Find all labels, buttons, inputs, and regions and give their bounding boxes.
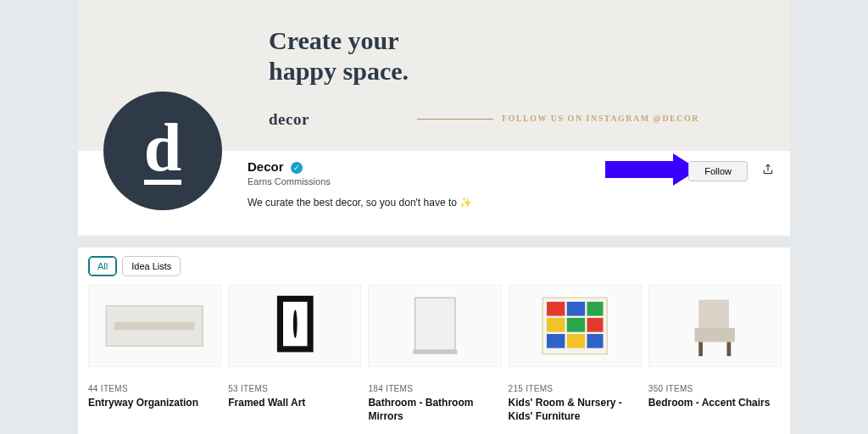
profile-description: We curate the best decor, so you don't h… [248,197,773,209]
svg-rect-9 [567,302,585,316]
thumbnail-kids-furniture [509,285,642,367]
svg-rect-8 [547,302,565,316]
idea-lists-section: All Idea Lists 44 ITEMS Entryway Organiz… [78,248,790,434]
item-count: 53 ITEMS [228,384,359,393]
banner-headline: Create your happy space. [269,25,409,86]
profile-bar: d Decor ✓ Earns Commissions We curate th… [78,151,790,236]
share-icon[interactable] [761,163,775,176]
item-title: Entryway Organization [88,397,220,410]
svg-rect-5 [415,298,455,350]
svg-rect-17 [698,300,729,331]
svg-rect-11 [547,318,565,332]
annotation-arrow [605,153,698,186]
svg-rect-12 [567,318,585,332]
page: Create your happy space. decor FOLLOW US… [78,0,790,434]
banner-line1: Create your [269,26,399,54]
banner-follow-text: FOLLOW US ON INSTAGRAM @DECOR [502,114,699,123]
svg-rect-10 [587,302,603,316]
item-count: 44 ITEMS [88,384,220,393]
svg-rect-6 [413,350,457,354]
list-item[interactable]: 53 ITEMS Framed Wall Art [228,285,359,423]
avatar[interactable]: d [103,92,222,210]
follow-button[interactable]: Follow [688,161,748,181]
thumbnail-mirror [368,285,501,367]
verified-icon: ✓ [291,162,303,174]
banner-logo-text: decor [269,110,309,129]
card-grid: 44 ITEMS Entryway Organization 53 ITEMS … [88,285,780,423]
list-item[interactable]: 215 ITEMS Kids' Room & Nursery - Kids' F… [509,285,640,423]
svg-rect-14 [547,334,565,348]
banner-line2: happy space. [269,57,409,85]
thumbnail-accent-chair [648,285,782,367]
list-item[interactable]: 350 ITEMS Bedroom - Accent Chairs [648,285,780,423]
profile-name: Decor [248,159,284,174]
avatar-letter: d [144,114,182,181]
thumbnail-framed-art [228,285,361,367]
item-count: 184 ITEMS [368,384,499,393]
svg-rect-19 [698,342,703,357]
banner-divider [417,119,493,120]
item-title: Bathroom - Bathroom Mirrors [368,397,499,423]
svg-point-4 [292,310,297,338]
list-item[interactable]: 184 ITEMS Bathroom - Bathroom Mirrors [368,285,499,423]
svg-rect-18 [695,328,736,342]
thumbnail-entryway [88,285,221,367]
svg-rect-13 [587,318,603,332]
tab-all[interactable]: All [88,256,117,276]
list-item[interactable]: 44 ITEMS Entryway Organization [88,285,220,423]
svg-rect-15 [567,334,585,348]
item-count: 215 ITEMS [509,384,640,393]
tabs: All Idea Lists [88,256,780,276]
item-title: Framed Wall Art [228,397,359,410]
tab-idea-lists[interactable]: Idea Lists [122,256,181,276]
svg-rect-20 [727,342,732,357]
svg-rect-1 [114,322,195,331]
item-count: 350 ITEMS [648,384,780,393]
item-title: Bedroom - Accent Chairs [648,397,780,410]
item-title: Kids' Room & Nursery - Kids' Furniture [509,397,640,423]
svg-rect-16 [587,334,603,348]
